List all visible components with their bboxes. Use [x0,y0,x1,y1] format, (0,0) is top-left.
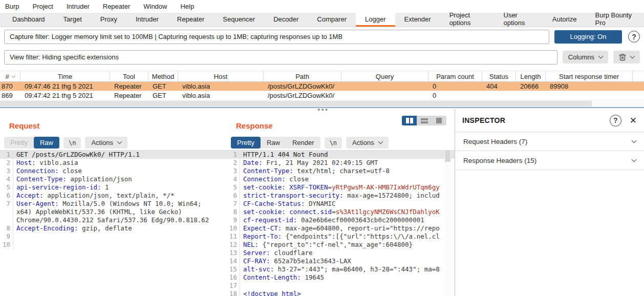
tab-raw[interactable]: Raw [261,137,286,149]
code-line: 11Report-To: {"endpoints":[{"url":"https… [227,232,455,241]
code-line: 3Content-Type: text/html; charset=utf-8 [227,167,455,175]
cell-param-count: 0 [428,92,482,99]
menu-item-burp[interactable]: Burp [5,3,19,10]
tab-decoder[interactable]: Decoder [264,13,308,27]
code-line: 10 [0,241,227,249]
close-icon[interactable]: ✕ [630,115,637,126]
code-line: Chrome/90.0.4430.212 Safari/537.36 Edg/9… [0,216,227,224]
table-row[interactable]: 87009:47:46 21 thg 5 2021RepeaterGETvibl… [0,82,644,91]
inspector-title: INSPECTOR [462,116,609,124]
code-line: 4Content-Type: application/json [0,175,227,183]
response-editor[interactable]: 1HTTP/1.1 404 Not Found2Date: Fri, 21 Ma… [227,150,455,296]
tab-dashboard[interactable]: Dashboard [3,13,54,27]
main-tab-bar: DashboardTargetProxyIntruderRepeaterSequ… [0,13,644,27]
line-number: 6 [0,192,13,200]
column-header-time[interactable]: Time [20,71,110,81]
tab-render[interactable]: Render [286,137,320,149]
menu-item-intruder[interactable]: Intruder [67,3,90,10]
split-drag-handle-icon[interactable]: ●●● [317,108,329,112]
clear-log-dropdown-button[interactable] [613,51,640,64]
inspector-section-request-headers[interactable]: Request Headers (7) [455,132,644,151]
column-header-path[interactable]: Path [264,71,341,81]
menu-item-window[interactable]: Window [143,3,167,10]
cell-tool: Repeater [110,92,148,99]
tab-comparer[interactable]: Comparer [308,13,356,27]
cell-path: /posts/GrLZDGowKk0/ [264,92,341,99]
tab-proxy[interactable]: Proxy [91,13,126,27]
tab-autorize[interactable]: Autorize [543,13,586,27]
tab-burp-bounty-pro[interactable]: Burp Bounty Pro [586,13,644,27]
line-number: 11 [227,232,240,241]
help-icon[interactable]: ? [628,31,640,43]
inspector-header: INSPECTOR ? ✕ [455,109,644,132]
single-pane-icon[interactable] [432,116,446,125]
columns-dropdown-button[interactable]: Columns [563,51,608,64]
code-line: 8set-cookie: connect.sid=s%3At1lgcyNMZ6W… [227,208,455,216]
menu-item-project[interactable]: Project [32,3,53,10]
line-number [0,208,13,216]
line-number: 4 [0,175,13,183]
tab-project-options[interactable]: Project options [440,13,495,27]
logging-toggle-button[interactable]: Logging: On [554,30,622,44]
vertical-scrollbar[interactable] [444,151,451,296]
code-line: 13Server: cloudflare [227,249,455,257]
response-actions-button[interactable]: Actions [346,137,389,149]
cell-index: 869 [0,92,20,99]
tab-sequencer[interactable]: Sequencer [213,13,264,27]
code-line: 8Accept-Encoding: gzip, deflate [0,224,227,232]
column-header-query[interactable]: Query [341,71,428,81]
column-header-index[interactable]: # [0,71,20,81]
code-line: 9 [0,232,227,241]
column-header-start-response-timer[interactable]: Start response timer [546,71,633,81]
cell-host: viblo.asia [178,82,264,90]
tab-pretty[interactable]: Pretty [4,137,34,149]
code-line: 14CF-RAY: 652a7b5e1a1c3643-LAX [227,257,455,265]
request-actions-button[interactable]: Actions [85,137,127,149]
newline-toggle-button[interactable]: \n [63,137,81,149]
newline-toggle-button[interactable]: \n [325,137,342,149]
column-header-param-count[interactable]: Param count [428,71,482,81]
tab-raw[interactable]: Raw [34,137,59,149]
line-number [0,216,13,224]
menu-item-repeater[interactable]: Repeater [103,3,130,10]
line-number: 17 [227,282,240,290]
table-row[interactable]: 86909:47:42 21 thg 5 2021RepeaterGETvibl… [0,91,644,100]
column-header-length[interactable]: Length [516,71,546,81]
inspector-section-response-headers[interactable]: Response Headers (15) [455,151,644,170]
line-number: 9 [227,216,240,224]
cell-time: 09:47:42 21 thg 5 2021 [20,92,110,99]
split-rows-icon[interactable] [417,116,432,125]
tab-extender[interactable]: Extender [395,13,440,27]
split-columns-icon[interactable] [402,116,417,125]
tab-repeater[interactable]: Repeater [168,13,213,27]
tab-pretty[interactable]: Pretty [231,137,261,149]
capture-filter-bar[interactable]: Capture filter: Logger memory limit set … [4,30,549,44]
request-editor[interactable]: 1GET /posts/GrLZDGowKk0/ HTTP/1.12Host: … [0,150,227,296]
tab-intruder[interactable]: Intruder [126,13,168,27]
code-line: 9cf-request-id: 0a2e6b6ecf00003643cb0c20… [227,216,455,224]
request-panel: Request PrettyRaw \n Actions 1GET /posts… [0,109,227,296]
tab-user-options[interactable]: User options [495,13,543,27]
line-number: 9 [0,232,13,241]
view-filter-bar[interactable]: View filter: Hiding specific extensions [4,50,557,65]
response-panel-title: Response [236,121,273,130]
tab-logger[interactable]: Logger [356,13,395,27]
column-header-tool[interactable]: Tool [110,71,148,81]
horizontal-scrollbar[interactable] [0,100,644,107]
line-number: 18 [227,290,240,296]
cell-method: GET [148,92,178,99]
help-icon[interactable]: ? [610,115,621,126]
vertical-scrollbar-thumb[interactable] [445,151,450,162]
code-line: 5api-service-region-id: 1 [0,183,227,192]
code-line: 1GET /posts/GrLZDGowKk0/ HTTP/1.1 [0,151,227,159]
column-header-status[interactable]: Status [482,71,516,81]
line-number: 8 [0,224,13,232]
horizontal-scrollbar-thumb[interactable] [0,101,592,107]
tab-target[interactable]: Target [54,13,91,27]
column-header-host[interactable]: Host [178,71,264,81]
code-line: 5set-cookie: XSRF-TOKEN=yRtPgwsM-AK-HMB7… [227,183,455,192]
code-line: x64) AppleWebKit/537.36 (KHTML, like Gec… [0,208,227,216]
line-number: 10 [0,241,13,249]
column-header-method[interactable]: Method [148,71,178,81]
menu-item-help[interactable]: Help [180,3,194,10]
